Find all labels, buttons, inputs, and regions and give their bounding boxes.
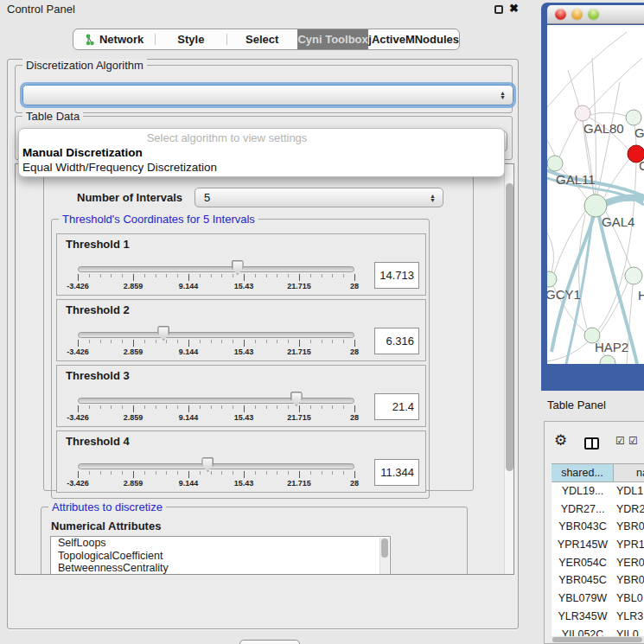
cell-shared-name[interactable]: YBL079W (552, 590, 614, 608)
tab-select[interactable]: Select (227, 29, 297, 49)
number-of-intervals-value: 5 (204, 188, 210, 207)
tick-mark (166, 405, 167, 409)
cell-shared-name[interactable]: YER054C (552, 554, 614, 572)
tick-mark (78, 471, 79, 478)
apply-button[interactable]: Apply (239, 640, 300, 644)
table-row[interactable]: YIL052CYIL0 (552, 626, 644, 637)
slider-ticks: -3.4262.8599.14415.4321.71528 (57, 405, 427, 424)
tick-mark (299, 340, 300, 347)
tick-label: 28 (350, 348, 359, 356)
slider-thumb[interactable] (290, 392, 303, 406)
table-row[interactable]: YLR345WYLR3 (552, 608, 644, 626)
cell-shared-name[interactable]: YDL19... (552, 482, 614, 501)
cell-shared-name[interactable]: YDR27... (552, 501, 614, 519)
cell-name[interactable]: YIL0 (614, 626, 644, 637)
cell-name[interactable]: YBR0 (614, 571, 644, 590)
table-row[interactable]: YBL079WYBL0 (552, 590, 644, 608)
tick-mark (144, 471, 145, 475)
columns-icon[interactable] (584, 437, 599, 450)
network-edge[interactable] (559, 120, 577, 157)
tick-mark (266, 405, 267, 409)
close-traffic-light[interactable] (555, 9, 566, 20)
threshold-value-field[interactable]: 6.316 (374, 328, 419, 354)
table-hscrollbar[interactable] (552, 636, 644, 643)
tab-network[interactable]: Network (73, 29, 155, 49)
cell-shared-name[interactable]: YLR345W (552, 608, 614, 626)
option-manual-discretization[interactable]: Manual Discretization (22, 146, 143, 159)
settings-scrollbar[interactable] (504, 164, 514, 574)
attribute-list-item[interactable]: TopologicalCoefficient (51, 550, 390, 563)
scrollbar-thumb[interactable] (381, 539, 388, 558)
network-node-bottom-node[interactable] (600, 355, 615, 364)
slider-ticks: -3.4262.8599.14415.4321.71528 (57, 340, 427, 359)
checkbox-icon[interactable]: ☑ (628, 436, 638, 446)
tab-cyni-toolbox[interactable]: Cyni Toolbox (297, 29, 368, 49)
network-edge[interactable] (547, 233, 554, 272)
cell-name[interactable]: YLR3 (614, 608, 644, 626)
cell-shared-name[interactable]: YBR045C (552, 571, 614, 590)
table-row[interactable]: YER054CYER0 (552, 554, 644, 572)
tick-mark (233, 340, 233, 343)
numerical-attributes-list[interactable]: SelfLoopsTopologicalCoefficientBetweenne… (50, 536, 391, 575)
scrollbar-thumb[interactable] (506, 183, 513, 471)
scrollbar-thumb[interactable] (552, 637, 642, 642)
network-canvas[interactable]: GAL80GACGAL11GAL4GCY1HHAP2 (547, 25, 644, 364)
slider-thumb[interactable] (201, 457, 214, 472)
network-edge[interactable] (590, 112, 626, 116)
network-node-gal11-node[interactable] (547, 156, 563, 171)
tick-mark (310, 340, 311, 343)
slider-track[interactable] (78, 332, 354, 338)
tick-mark (255, 405, 256, 409)
cell-name[interactable]: YBR0 (614, 518, 644, 536)
table-row[interactable]: YDL19...YDL1 (552, 482, 644, 501)
slider-thumb[interactable] (157, 326, 169, 341)
table-row[interactable]: YBR045CYBR0 (552, 571, 644, 590)
cell-name[interactable]: YPR1 (614, 536, 644, 554)
attribute-list-item[interactable]: BetweennessCentrality (51, 562, 390, 575)
network-node-top-right-node[interactable] (626, 110, 641, 125)
network-node-hap1-node[interactable] (625, 267, 642, 284)
slider-thumb[interactable] (232, 260, 244, 275)
network-node-gal80-node[interactable] (575, 105, 590, 121)
number-of-intervals-combobox[interactable]: 5 ▲▼ (194, 188, 443, 207)
threshold-value-field[interactable]: 14.713 (374, 262, 419, 289)
network-edge[interactable] (547, 140, 555, 156)
node-label: H (638, 288, 644, 303)
cell-name[interactable]: YER0 (614, 554, 644, 572)
cell-shared-name[interactable]: YPR145W (552, 536, 614, 554)
gear-icon[interactable]: ⚙ (554, 433, 567, 448)
tab-style[interactable]: Style (156, 29, 226, 49)
slider-track[interactable] (78, 463, 354, 469)
slider-track[interactable] (78, 266, 354, 272)
checkbox-icon[interactable]: ☑ (615, 436, 625, 446)
attributes-scrollbar[interactable] (379, 538, 389, 575)
slider-track[interactable] (78, 398, 354, 404)
network-edge[interactable] (547, 32, 627, 107)
table-row[interactable]: YDR27...YDR2 (552, 501, 644, 519)
option-equal-width-frequency[interactable]: Equal Width/Frequency Discretization (22, 161, 217, 174)
column-header-shared-name[interactable]: shared... (552, 464, 614, 481)
float-window-icon[interactable] (494, 5, 503, 14)
table-row[interactable]: YBR043CYBR0 (552, 518, 644, 536)
tab-jactivemnodules[interactable]: jActiveMNodules (368, 29, 459, 49)
network-node-gcy1-node[interactable] (547, 271, 557, 287)
cell-name[interactable]: YDR2 (614, 501, 644, 519)
zoom-traffic-light[interactable] (588, 9, 599, 20)
table-row[interactable]: YPR145WYPR1 (552, 536, 644, 554)
cell-name[interactable]: YBL0 (614, 590, 644, 608)
column-header-name[interactable]: na (614, 464, 644, 481)
threshold-value-field[interactable]: 21.4 (374, 393, 419, 420)
network-edge[interactable] (597, 82, 620, 195)
attribute-items: SelfLoopsTopologicalCoefficientBetweenne… (51, 537, 390, 575)
cell-shared-name[interactable]: YIL052C (552, 626, 614, 637)
close-icon[interactable]: ✖ (509, 2, 519, 15)
minimize-traffic-light[interactable] (571, 9, 583, 20)
tick-mark (332, 274, 333, 277)
attribute-list-item[interactable]: SelfLoops (51, 537, 390, 550)
network-window-titlebar[interactable] (547, 5, 644, 24)
node-label: C (639, 158, 644, 173)
cell-name[interactable]: YDL1 (614, 482, 644, 501)
threshold-value-field[interactable]: 11.344 (374, 459, 419, 486)
algorithm-combobox[interactable]: ▲▼ (22, 85, 513, 105)
cell-shared-name[interactable]: YBR043C (552, 518, 614, 536)
